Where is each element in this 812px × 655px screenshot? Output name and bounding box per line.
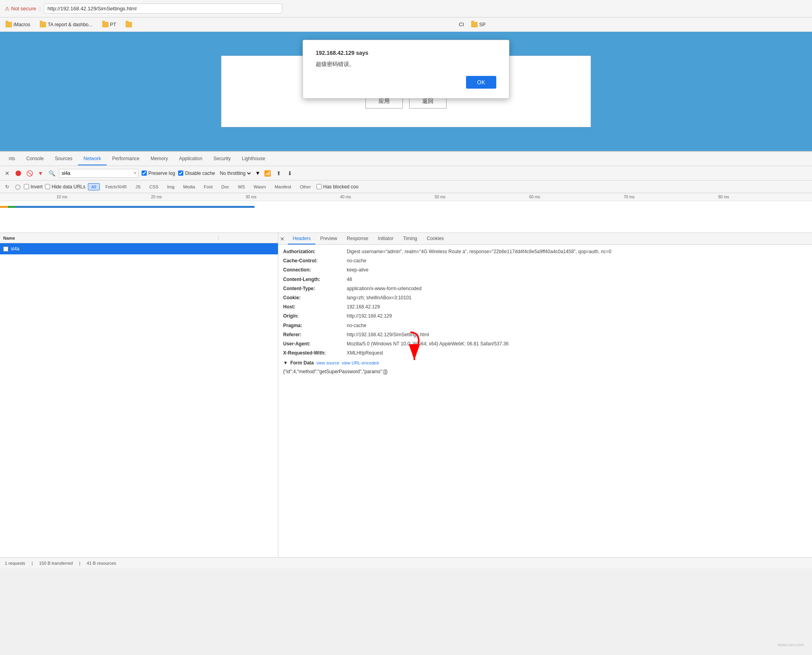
bookmark-item[interactable]: TA report & dashbo... [37, 21, 95, 28]
separator: | [79, 561, 80, 566]
preserve-log-checkbox[interactable] [142, 171, 147, 176]
filter-doc-button[interactable]: Doc [218, 184, 233, 190]
filter-all-button[interactable]: All [88, 183, 100, 190]
bookmark-item[interactable]: iMacros [3, 21, 33, 28]
hide-data-urls-checkbox-label[interactable]: Hide data URLs [45, 184, 85, 190]
filter-input[interactable] [59, 169, 138, 178]
url-bar[interactable]: http://192.168.42.129/SimSettings.html [44, 4, 282, 14]
header-row: Connection: keep-alive [283, 266, 807, 274]
header-row: Content-Length: 48 [283, 276, 807, 283]
has-blocked-checkbox[interactable] [317, 184, 322, 189]
disable-cache-checkbox-label[interactable]: Disable cache [178, 171, 215, 176]
filter-img-button[interactable]: Img [164, 184, 177, 190]
close-panel-icon[interactable]: ✕ [3, 169, 11, 177]
request-checkbox[interactable] [3, 246, 8, 252]
details-tab-response[interactable]: Response [342, 233, 373, 244]
header-name: Cookie: [283, 294, 347, 302]
download-icon[interactable]: ⬇ [286, 169, 294, 177]
stop-icon[interactable]: ◯ [14, 183, 21, 191]
filter-font-button[interactable]: Font [201, 184, 216, 190]
bookmark-item[interactable]: PT [100, 21, 118, 28]
request-list-header: Name [0, 233, 278, 243]
ruler-mark: 30 ms [245, 195, 340, 199]
stop-recording-icon[interactable]: 🚫 [25, 169, 33, 177]
filter-js-button[interactable]: JS [132, 184, 144, 190]
record-dot [16, 171, 21, 176]
tab-network[interactable]: Network [78, 153, 107, 165]
details-tab-headers[interactable]: Headers [288, 233, 315, 244]
ruler-mark: 70 ms [623, 195, 718, 199]
request-row[interactable]: sl4a [0, 243, 278, 254]
clear-icon[interactable]: ▼ [37, 169, 45, 177]
folder-icon [102, 22, 109, 27]
header-row: Origin: http://192.168.42.129 [283, 312, 807, 320]
filter-css-button[interactable]: CSS [146, 184, 162, 190]
invert-checkbox-label[interactable]: Invert [24, 184, 43, 190]
tab-console[interactable]: Console [21, 153, 49, 165]
close-details-button[interactable]: ✕ [280, 236, 285, 242]
has-blocked-checkbox-label[interactable]: Has blocked coo [317, 184, 359, 190]
filter-clear-icon[interactable]: ✕ [133, 171, 137, 176]
details-tab-timing[interactable]: Timing [398, 233, 422, 244]
invert-label: Invert [31, 184, 43, 190]
red-arrow-svg [394, 328, 426, 376]
tab-security[interactable]: Security [208, 153, 236, 165]
tab-performance[interactable]: Performance [107, 153, 145, 165]
details-tabs: ✕ Headers Preview Response Initiator Tim… [278, 233, 812, 245]
form-data-section-title: ▼ Form Data view source view URL-encoded [283, 360, 807, 366]
search-icon[interactable]: 🔍 [48, 169, 56, 177]
view-url-encoded-link[interactable]: view URL-encoded [342, 360, 379, 365]
view-source-link[interactable]: view source [316, 360, 339, 365]
record-button[interactable] [14, 169, 22, 177]
filter-other-button[interactable]: Other [297, 184, 314, 190]
ruler-mark: 80 ms [717, 195, 812, 199]
details-tab-cookies[interactable]: Cookies [422, 233, 449, 244]
header-name: Pragma: [283, 322, 347, 329]
alert-title: 192.168.42.129 says [316, 50, 496, 56]
hide-data-urls-label: Hide data URLs [52, 184, 85, 190]
header-value: Mozilla/5.0 (Windows NT 10.0; Win64; x64… [347, 340, 509, 348]
tab-application[interactable]: Application [173, 153, 208, 165]
upload-icon[interactable]: ⬆ [275, 169, 283, 177]
tab-sources[interactable]: Sources [49, 153, 78, 165]
bookmark-label: SP [479, 22, 486, 27]
reload-icon[interactable]: ↻ [3, 183, 11, 191]
tab-lighthouse[interactable]: Lighthouse [236, 153, 271, 165]
filter-manifest-button[interactable]: Manifest [272, 184, 295, 190]
alert-dialog: 192.168.42.129 says 超级密码错误。 OK [303, 40, 509, 99]
devtools-toolbar-2: ↻ ◯ Invert Hide data URLs All Fetch/XHR … [0, 180, 812, 193]
preserve-log-label: Preserve log [148, 171, 175, 176]
alert-ok-button[interactable]: OK [466, 76, 496, 89]
tab-memory[interactable]: Memory [145, 153, 173, 165]
bookmark-item[interactable]: SP [469, 21, 488, 28]
throttle-select[interactable]: No throttling [218, 170, 252, 176]
preserve-log-checkbox-label[interactable]: Preserve log [142, 171, 175, 176]
header-name: Origin: [283, 312, 347, 320]
header-row: Referer: http://192.168.42.129/SimSettin… [283, 331, 807, 339]
filter-ws-button[interactable]: WS [235, 184, 248, 190]
header-row: Content-Type: application/x-www-form-url… [283, 285, 807, 293]
tab-elements[interactable]: nts [3, 153, 21, 165]
filter-media-button[interactable]: Media [180, 184, 198, 190]
request-list-panel: Name sl4a [0, 233, 278, 557]
header-row: X-Requested-With: XMLHttpRequest [283, 349, 807, 357]
ruler-mark: 10 ms [56, 195, 150, 199]
watermark: www.xxx.com [777, 642, 804, 647]
filter-fetch-xhr-button[interactable]: Fetch/XHR [102, 184, 130, 190]
bookmark-item[interactable] [123, 21, 136, 28]
header-value: no-cache [347, 257, 366, 265]
form-data-section-container: ▼ Form Data view source view URL-encoded [283, 360, 807, 376]
devtools-panel: nts Console Sources Network Performance … [0, 151, 812, 568]
bookmark-label: iMacros [14, 22, 30, 27]
bookmark-label: TA report & dashbo... [48, 22, 93, 27]
hide-data-urls-checkbox[interactable] [45, 184, 50, 189]
filter-wasm-button[interactable]: Wasm [251, 184, 269, 190]
invert-checkbox[interactable] [24, 184, 29, 189]
header-name: Content-Length: [283, 276, 347, 283]
details-tab-initiator[interactable]: Initiator [373, 233, 398, 244]
header-name: Content-Type: [283, 285, 347, 293]
disable-cache-checkbox[interactable] [178, 171, 183, 176]
wifi-icon[interactable]: 📶 [264, 169, 272, 177]
details-tab-preview[interactable]: Preview [315, 233, 342, 244]
ruler-mark: 50 ms [434, 195, 528, 199]
